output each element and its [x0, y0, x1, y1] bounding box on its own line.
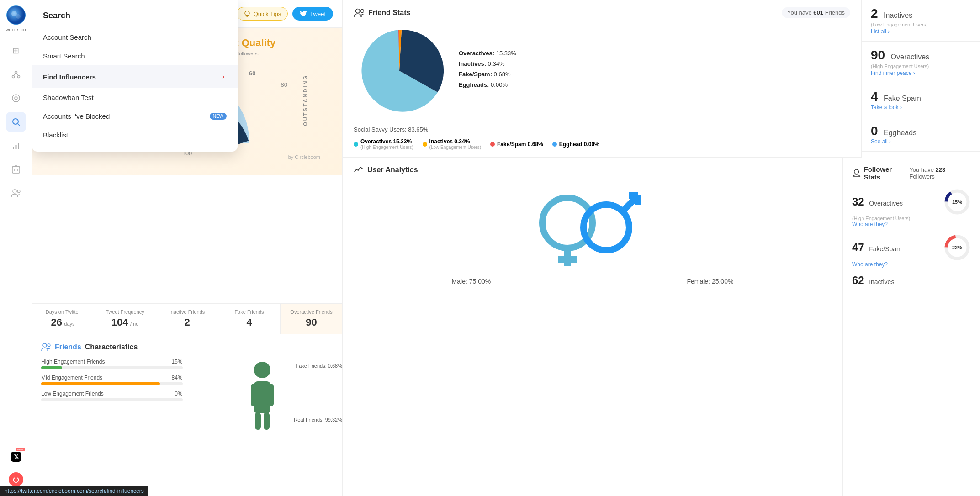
- bar-pct: 84%: [171, 375, 182, 381]
- female-stat: Female: 25.00%: [687, 278, 733, 285]
- bar-label: Mid Engagement Friends: [41, 375, 102, 381]
- svg-rect-14: [18, 143, 19, 149]
- sidebar-item-analytics[interactable]: [6, 136, 26, 156]
- pie-legend: Overactives: 15.33%Inactives: 0.34%Fake/…: [459, 50, 850, 92]
- legend-item: Fake/Spam: 0.68%: [459, 71, 850, 78]
- bar-fill: [41, 382, 160, 385]
- svg-point-24: [245, 11, 249, 16]
- svg-rect-15: [12, 167, 20, 173]
- svg-point-4: [12, 76, 14, 78]
- bottom-stat-item: Overactives 15.33% (High Engagement User…: [354, 138, 413, 150]
- bar-row: High Engagement Friends 15%: [41, 359, 183, 369]
- main-content: 🦊 Centric centricov Quick Tips: [32, 0, 980, 496]
- bar-track: [41, 382, 183, 385]
- stat-dot: [354, 142, 358, 147]
- stat-dot: [552, 142, 557, 147]
- stat-dot: [490, 142, 495, 147]
- friends-bars: High Engagement Friends 15% Mid Engageme…: [41, 359, 183, 432]
- legend-item: Overactives: 15.33%: [459, 50, 850, 57]
- right-panel: Friend Stats You have 601 Friends: [343, 0, 980, 496]
- friends-figure: Fake Friends: 0.68% Real Friends: 99.32%: [192, 359, 334, 432]
- friends-count-badge: You have 601 Friends: [782, 7, 850, 18]
- twitter-icon: [300, 11, 307, 17]
- svg-text:𝕏: 𝕏: [13, 453, 19, 460]
- rstat-label: Overactives: [891, 53, 929, 61]
- stat-value: 4: [246, 317, 252, 328]
- sidebar-item-users[interactable]: [6, 183, 26, 203]
- search-item-accounts-blocked[interactable]: Accounts I've BlockedNEW: [32, 107, 238, 126]
- fstat-link[interactable]: Who are they?: [852, 261, 971, 268]
- fstat-sub: (High Engagement Users): [852, 216, 971, 221]
- svg-point-25: [43, 343, 47, 347]
- fstat-link[interactable]: Who are they?: [852, 221, 971, 227]
- search-dropdown-title: Search: [32, 7, 238, 28]
- fstat-label-text: Overactives: [869, 200, 903, 207]
- quick-tips-button[interactable]: Quick Tips: [237, 7, 288, 21]
- fstat-num: 47: [852, 241, 864, 253]
- social-savvy: Social Savvy Users: 83.65%: [354, 121, 850, 133]
- human-figure: [244, 359, 281, 432]
- stat-cell-1: Tweet Frequency 104 /mo: [94, 304, 156, 334]
- svg-line-6: [13, 74, 16, 76]
- friends-label: Friends: [55, 343, 81, 351]
- search-dropdown: Search Account SearchSmart SearchFind In…: [32, 0, 238, 152]
- rstat-label: Fake Spam: [884, 95, 921, 102]
- search-item-account-search[interactable]: Account Search: [32, 28, 238, 47]
- rstat-link[interactable]: List all ›: [871, 28, 971, 35]
- bottom-stat-item: Fake/Spam 0.68%: [490, 138, 543, 150]
- fstat-label-text: Fake/Spam: [869, 245, 902, 253]
- search-item-find-influencers[interactable]: Find Influencers→: [32, 65, 238, 88]
- top-actions: Quick Tips Tweet: [237, 7, 333, 21]
- stat-cell-2: Inactive Friends 2: [156, 304, 218, 334]
- svg-point-3: [15, 71, 17, 74]
- search-item-blacklist[interactable]: Blacklist: [32, 126, 238, 144]
- real-friends-label: Real Friends: 99.32%: [294, 417, 342, 422]
- rstat-link[interactable]: See all ›: [871, 138, 971, 145]
- sidebar-item-network[interactable]: [6, 64, 26, 84]
- fake-friends-label: Fake Friends: 0.68%: [296, 363, 343, 369]
- svg-rect-29: [251, 384, 257, 406]
- app-name-label: TWITTER TOOL: [4, 28, 28, 32]
- sidebar-item-dashboard[interactable]: ⊞: [6, 41, 26, 61]
- svg-rect-31: [255, 412, 261, 430]
- fstat-num: 62: [852, 274, 864, 286]
- gender-stats: Male: 75.00% Female: 25.00%: [354, 278, 832, 285]
- stat-unit: /mo: [130, 321, 138, 327]
- follower-stat-item-0: 32 Overactives 15% (High Engagement User…: [852, 188, 971, 227]
- sidebar: TWITTER TOOL ⊞: [0, 0, 32, 496]
- fstat-label-text: Inactives: [869, 278, 894, 285]
- friend-stats-title: Friend Stats: [354, 8, 410, 17]
- pie-area: Overactives: 15.33%Inactives: 0.34%Fake/…: [354, 25, 850, 116]
- friends-section-title: Friends Characteristics: [41, 343, 333, 351]
- rstat-link[interactable]: Take a look ›: [871, 104, 971, 111]
- follower-stats-icon: [852, 169, 861, 178]
- lightbulb-icon: [244, 10, 251, 17]
- sidebar-item-search[interactable]: [6, 112, 26, 132]
- stat-value: 104: [111, 317, 128, 328]
- search-item-shadowban-test[interactable]: Shadowban Test: [32, 88, 238, 107]
- bottom-stats-bar: Overactives 15.33% (High Engagement User…: [354, 138, 850, 150]
- rstat-number: 2: [871, 6, 878, 21]
- top-right-row: Friend Stats You have 601 Friends: [343, 0, 980, 158]
- power-button[interactable]: [9, 472, 23, 487]
- gender-icons-area: [354, 182, 832, 273]
- sidebar-item-circle[interactable]: [6, 88, 26, 108]
- app-logo: [6, 5, 26, 25]
- rstat-number: 90: [871, 48, 885, 62]
- arrow-icon: →: [217, 71, 227, 83]
- stat-value: 90: [306, 317, 317, 328]
- search-item-smart-search[interactable]: Smart Search: [32, 47, 238, 65]
- sidebar-item-delete[interactable]: [6, 159, 26, 179]
- bottom-stat-item: Inactives 0.34% (Low Engagement Users): [423, 138, 481, 150]
- characteristics-label: Characteristics: [85, 343, 138, 351]
- stat-label: Days on Twitter: [36, 309, 90, 315]
- pie-chart-svg: [354, 25, 445, 116]
- svg-point-9: [15, 97, 17, 100]
- sidebar-item-x[interactable]: NEW 𝕏: [6, 447, 26, 467]
- bar-pct: 15%: [171, 359, 182, 365]
- right-stat-item: 0 Eggheads See all ›: [862, 117, 980, 152]
- bar-track: [41, 398, 183, 401]
- rstat-link[interactable]: Find inner peace ›: [871, 70, 971, 76]
- tweet-button[interactable]: Tweet: [292, 7, 333, 21]
- stat-unit: days: [64, 321, 74, 327]
